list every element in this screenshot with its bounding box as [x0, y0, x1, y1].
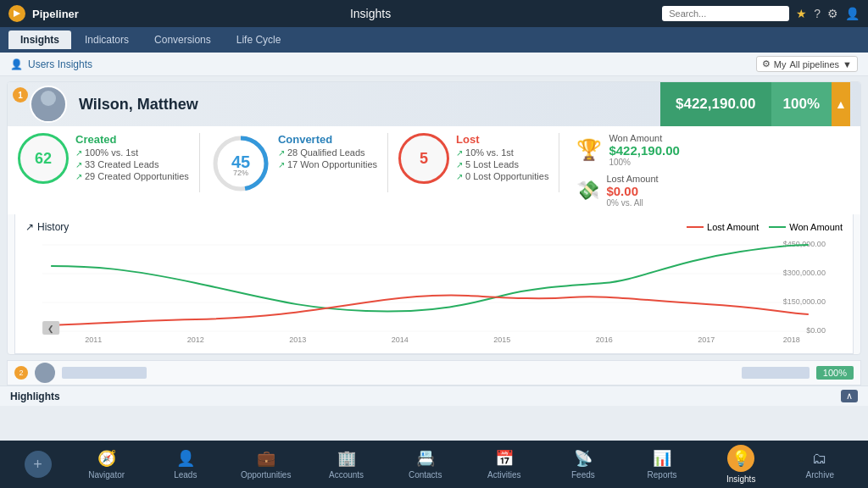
help-icon[interactable]: ?	[814, 7, 821, 20]
nav-item-leads[interactable]: 👤 Leads	[162, 449, 209, 480]
chart-icon: ↗	[25, 221, 34, 233]
archive-icon: 🗂	[812, 450, 827, 468]
svg-text:2015: 2015	[493, 336, 510, 344]
pipeline-selector[interactable]: ⚙ My All pipelines ▼	[756, 56, 858, 72]
svg-point-2	[35, 108, 62, 123]
opportunities-label: Opportunities	[241, 470, 291, 480]
feeds-icon: 📡	[574, 449, 593, 468]
history-header: ↗ History Lost Amount Won Amount	[25, 221, 843, 233]
second-percent: 100%	[816, 366, 854, 380]
created-label: Created	[75, 133, 189, 146]
navigator-label: Navigator	[88, 470, 125, 480]
converted-ring: 45 72%	[210, 133, 271, 194]
app-name: Pipeliner	[32, 8, 79, 20]
converted-details: Converted ↗ 28 Qualified Leads ↗ 17 Won …	[278, 133, 377, 169]
second-amount-bar	[742, 367, 810, 379]
collapse-button[interactable]: ∧	[841, 390, 858, 402]
created-circle: 62	[18, 133, 69, 184]
svg-text:2011: 2011	[85, 336, 102, 344]
navigator-icon: 🧭	[97, 449, 116, 468]
won-amount-sub: 100%	[609, 158, 679, 167]
add-button[interactable]: +	[25, 451, 52, 478]
top-bar-left: Pipeliner	[8, 5, 79, 22]
tab-insights[interactable]: Insights	[8, 30, 71, 49]
scroll-up-button[interactable]: ▲	[832, 82, 850, 126]
pipeline-my: My	[774, 59, 787, 69]
lost-amount-sub: 0% vs. All	[606, 198, 658, 208]
sub-header-title: Users Insights	[28, 58, 92, 70]
converted-label: Converted	[278, 133, 377, 146]
nav-item-reports[interactable]: 📊 Reports	[638, 449, 686, 480]
settings-icon[interactable]: ⚙	[827, 7, 838, 20]
nav-item-navigator[interactable]: 🧭 Navigator	[83, 449, 131, 480]
second-user-row: 2 100%	[7, 360, 861, 385]
legend-lost-dot	[687, 226, 704, 228]
reports-label: Reports	[648, 470, 677, 480]
svg-text:$0.00: $0.00	[806, 326, 826, 335]
svg-marker-0	[14, 10, 20, 17]
svg-text:2017: 2017	[698, 336, 715, 344]
lost-opps: ↗ 0 Lost Opportunities	[456, 171, 548, 181]
avatar	[30, 86, 67, 123]
lost-sub: ↗ 10% vs. 1st	[456, 147, 548, 158]
nav-item-opportunities[interactable]: 💼 Opportunities	[241, 449, 291, 480]
lost-amount-value: $0.00	[606, 184, 658, 198]
lost-leads: ↗ 5 Lost Leads	[456, 159, 548, 169]
insights-icon: 💡	[732, 449, 750, 468]
contacts-icon: 📇	[416, 449, 435, 468]
second-name-bar	[62, 367, 147, 379]
svg-text:2013: 2013	[289, 336, 306, 344]
nav-item-feeds[interactable]: 📡 Feeds	[559, 449, 607, 480]
history-chart: $450,000.00 $300,000.00 $150,000.00 $0.0…	[25, 236, 843, 347]
nav-item-insights[interactable]: 💡 Insights	[717, 445, 765, 484]
legend-won-dot	[769, 226, 786, 228]
chevron-down-icon: ▼	[843, 59, 852, 69]
tab-indicators[interactable]: Indicators	[73, 30, 141, 49]
lost-details: Lost ↗ 10% vs. 1st ↗ 5 Lost Leads ↗ 0 Lo…	[456, 133, 548, 181]
svg-text:❮: ❮	[47, 324, 54, 334]
lost-amount-label: Lost Amount	[606, 174, 658, 184]
created-count: 62	[35, 150, 52, 168]
svg-text:$450,000.00: $450,000.00	[783, 240, 826, 248]
accounts-label: Accounts	[329, 470, 364, 480]
svg-point-3	[41, 91, 56, 106]
converted-opps: ↗ 17 Won Opportunities	[278, 159, 377, 169]
user-card-header: 1 Wilson, Matthew $422,190.00 100% ▲	[8, 82, 860, 126]
search-input[interactable]	[662, 6, 789, 21]
tab-conversions[interactable]: Conversions	[142, 30, 223, 49]
highlights-right: ∧	[841, 390, 858, 402]
created-leads: ↗ 33 Created Leads	[75, 159, 189, 169]
user-card: 1 Wilson, Matthew $422,190.00 100% ▲ 62 …	[7, 81, 861, 355]
pipeline-label: ⚙	[762, 58, 771, 69]
highlights-label: Highlights	[10, 391, 60, 402]
lost-section: 5 Lost ↗ 10% vs. 1st ↗ 5 Lost Leads ↗ 0 …	[398, 133, 548, 184]
svg-text:$300,000.00: $300,000.00	[783, 269, 826, 277]
converted-section: 45 72% Converted ↗ 28 Qualified Leads ↗ …	[210, 133, 377, 197]
reports-icon: 📊	[653, 449, 671, 468]
won-section: 🏆 Won Amount $422,190.00 100%	[576, 133, 679, 167]
nav-item-accounts[interactable]: 🏢 Accounts	[323, 449, 370, 480]
pipeline-dropdown[interactable]: ⚙ My All pipelines ▼	[756, 56, 858, 72]
percent-badge: 100%	[771, 82, 832, 126]
archive-label: Archive	[806, 470, 834, 480]
svg-text:2012: 2012	[187, 336, 204, 344]
trophy-icon: 🏆	[576, 138, 602, 162]
second-avatar	[35, 363, 55, 383]
won-lost-section: 🏆 Won Amount $422,190.00 100% 💸 Lost Amo…	[576, 133, 679, 208]
user-icon[interactable]: 👤	[845, 7, 860, 20]
sub-header: 👤 Users Insights ⚙ My All pipelines ▼	[0, 53, 868, 76]
rank-2-badge: 2	[14, 366, 28, 380]
accounts-icon: 🏢	[337, 449, 356, 468]
won-details: Won Amount $422,190.00 100%	[609, 133, 679, 167]
nav-item-archive[interactable]: 🗂 Archive	[796, 450, 843, 480]
lost-label: Lost	[456, 133, 548, 146]
nav-item-activities[interactable]: 📅 Activities	[481, 449, 528, 480]
nav-tabs: Insights Indicators Conversions Life Cyc…	[0, 27, 868, 53]
converted-leads: ↗ 28 Qualified Leads	[278, 147, 377, 158]
nav-item-contacts[interactable]: 📇 Contacts	[402, 449, 449, 480]
tab-lifecycle[interactable]: Life Cycle	[225, 30, 293, 49]
star-icon[interactable]: ★	[796, 7, 807, 20]
svg-text:2018: 2018	[783, 336, 800, 344]
history-section: ↗ History Lost Amount Won Amount $450,00…	[14, 214, 854, 354]
svg-text:2014: 2014	[392, 336, 409, 344]
